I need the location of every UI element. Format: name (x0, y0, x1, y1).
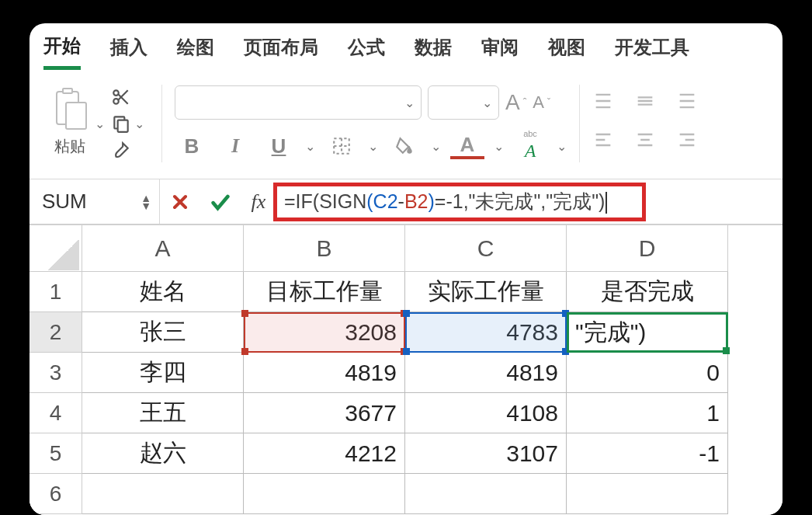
cell-A2[interactable]: 张三 (82, 312, 244, 353)
font-color-button[interactable]: A (450, 133, 484, 159)
chevron-down-icon: ⌄ (404, 96, 415, 110)
row-header-1[interactable]: 1 (29, 272, 82, 312)
col-header-C[interactable]: C (405, 225, 567, 272)
cell-D2-editing[interactable]: "完成") (567, 312, 728, 353)
tab-draw[interactable]: 绘图 (177, 35, 214, 68)
chevron-down-icon: ⌄ (134, 117, 144, 131)
cell-C3[interactable]: 4819 (405, 353, 567, 393)
chevron-down-icon[interactable]: ⌄ (494, 139, 504, 154)
chevron-down-icon[interactable]: ⌄ (431, 139, 441, 154)
app-window: 开始 插入 绘图 页面布局 公式 数据 审阅 视图 开发工具 粘贴 ⌄ (29, 23, 783, 515)
align-center-button[interactable] (634, 129, 662, 157)
cell-B6[interactable] (244, 474, 405, 514)
font-group: ⌄ ⌄ Aˆ Aˇ B I U ⌄ ⌄ ⌄ (170, 76, 571, 171)
underline-button[interactable]: U (262, 130, 296, 162)
bold-button[interactable]: B (175, 130, 209, 162)
chevron-down-icon[interactable]: ⌄ (368, 139, 378, 154)
tab-pagelayout[interactable]: 页面布局 (244, 35, 318, 68)
enter-button[interactable] (200, 179, 241, 224)
align-middle-button[interactable] (634, 90, 662, 118)
cell-D1[interactable]: 是否完成 (567, 272, 728, 312)
tab-review[interactable]: 审阅 (481, 35, 519, 68)
tab-insert[interactable]: 插入 (110, 35, 147, 68)
decrease-font-button[interactable]: Aˇ (533, 92, 550, 113)
row-header-5[interactable]: 5 (29, 433, 82, 474)
select-all-corner[interactable] (29, 225, 82, 272)
font-size-select[interactable]: ⌄ (428, 85, 499, 120)
ribbon-toolbar: 粘贴 ⌄ ⌄ (29, 70, 783, 179)
cell-D2-value: "完成") (575, 317, 646, 349)
formula-input[interactable]: =IF(SIGN(C2-B2)=-1,"未完成","完成") (276, 179, 783, 224)
formula-bar: SUM ▲ ▼ fx =IF(SIGN(C2-B2)=-1,"未完成","完成"… (29, 179, 783, 225)
cell-A5[interactable]: 赵六 (82, 433, 244, 474)
row-header-2[interactable]: 2 (29, 312, 82, 353)
cell-B1[interactable]: 目标工作量 (244, 272, 405, 312)
italic-button[interactable]: I (218, 130, 252, 162)
tab-formulas[interactable]: 公式 (348, 35, 385, 68)
clipboard-group: 粘贴 ⌄ ⌄ (42, 76, 154, 171)
paste-label: 粘贴 (54, 136, 85, 157)
col-header-D[interactable]: D (567, 225, 728, 272)
phonetic-abc: abc (523, 129, 537, 138)
cell-C2[interactable]: 4783 (405, 312, 567, 353)
format-painter-button[interactable] (111, 140, 131, 160)
name-box-spinner[interactable]: ▲ ▼ (141, 194, 151, 210)
group-divider (579, 85, 580, 162)
fill-color-button[interactable] (387, 130, 422, 162)
cell-A1[interactable]: 姓名 (82, 272, 244, 312)
tab-home[interactable]: 开始 (43, 33, 81, 70)
col-header-A[interactable]: A (82, 225, 244, 272)
formula-text: =IF(SIGN(C2-B2)=-1,"未完成","完成") (284, 189, 607, 214)
cell-C5[interactable]: 3107 (405, 433, 567, 474)
name-box[interactable]: SUM ▲ ▼ (29, 179, 160, 224)
cancel-button[interactable] (160, 179, 200, 224)
scissors-icon (111, 87, 131, 107)
align-bottom-button[interactable] (676, 90, 704, 118)
cell-C6[interactable] (405, 474, 567, 514)
x-icon (171, 193, 189, 211)
chevron-down-icon: ⌄ (482, 96, 492, 110)
svg-rect-3 (118, 120, 128, 132)
tab-developer[interactable]: 开发工具 (615, 35, 689, 68)
cell-D5[interactable]: -1 (567, 433, 728, 474)
col-header-B[interactable]: B (244, 225, 405, 272)
paste-icon (51, 91, 88, 133)
font-name-select[interactable]: ⌄ (175, 85, 422, 120)
ribbon-tabs: 开始 插入 绘图 页面布局 公式 数据 审阅 视图 开发工具 (29, 23, 783, 70)
cell-B3[interactable]: 4819 (244, 353, 405, 393)
cell-B4[interactable]: 3677 (244, 393, 405, 433)
row-header-3[interactable]: 3 (29, 353, 82, 393)
cell-D4[interactable]: 1 (567, 393, 728, 433)
cell-B2[interactable]: 3208 (244, 312, 405, 353)
chevron-down-icon[interactable]: ⌄ (557, 139, 567, 154)
phonetic-button[interactable]: abc A (513, 130, 547, 162)
spreadsheet-grid[interactable]: A B C D 1 2 3 4 5 6 姓名 目标工作量 实际工作量 是否完成 … (29, 225, 783, 515)
copy-button[interactable]: ⌄ (111, 113, 144, 134)
paste-dropdown-icon[interactable]: ⌄ (95, 117, 105, 131)
group-divider (161, 85, 162, 162)
row-header-4[interactable]: 4 (29, 393, 82, 433)
cell-C1[interactable]: 实际工作量 (405, 272, 567, 312)
paste-button[interactable]: 粘贴 (51, 91, 88, 157)
cell-B5[interactable]: 4212 (244, 433, 405, 474)
cell-D6[interactable] (567, 474, 728, 514)
cell-A4[interactable]: 王五 (82, 393, 244, 433)
row-header-6[interactable]: 6 (29, 474, 82, 514)
align-left-button[interactable] (592, 129, 620, 157)
cut-button[interactable] (111, 87, 131, 107)
brush-icon (111, 140, 131, 160)
align-right-button[interactable] (676, 129, 704, 157)
align-top-button[interactable] (592, 90, 620, 118)
cell-A6[interactable] (82, 474, 244, 514)
chevron-down-icon[interactable]: ⌄ (305, 139, 315, 154)
fx-label[interactable]: fx (241, 190, 276, 214)
paint-bucket-icon (394, 136, 415, 156)
cell-D3[interactable]: 0 (567, 353, 728, 393)
cell-A3[interactable]: 李四 (82, 353, 244, 393)
row-headers: 1 2 3 4 5 6 (29, 272, 82, 514)
increase-font-button[interactable]: Aˆ (505, 90, 526, 115)
tab-view[interactable]: 视图 (548, 35, 585, 68)
border-button[interactable] (324, 130, 359, 162)
tab-data[interactable]: 数据 (415, 35, 452, 68)
cell-C4[interactable]: 4108 (405, 393, 567, 433)
